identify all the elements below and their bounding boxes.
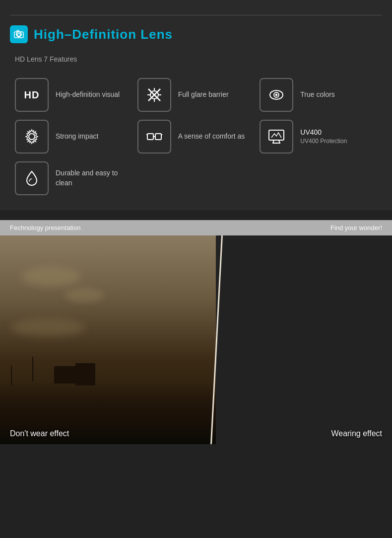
comparison-section: Don't wear effect Wearing effect — [0, 235, 392, 444]
feature-uv400: UV400 UV400 Protection — [260, 120, 377, 154]
wearing-label: Wearing effect — [331, 429, 382, 438]
no-wear-label: Don't wear effect — [10, 429, 69, 438]
feature-strong-impact: Strong impact — [15, 120, 132, 154]
hd-icon: HD — [24, 89, 40, 101]
feature-strong-impact-label: Strong impact — [56, 132, 98, 142]
drop-icon-box — [15, 161, 49, 195]
feature-hd-visual: HD High-definition visual — [15, 78, 132, 112]
svg-point-14 — [29, 134, 35, 140]
feature-glare-label: Full glare barrier — [178, 90, 229, 100]
no-lens-image — [0, 235, 216, 444]
feature-hd-label: High-definition visual — [56, 90, 120, 100]
drop-icon — [23, 169, 41, 187]
frames-icon — [145, 128, 163, 146]
monitor-icon-box — [260, 120, 293, 154]
banner-bar: Fechnology presentation Find your wonder… — [0, 220, 392, 235]
frames-icon-box — [137, 120, 171, 154]
banner-right-text: Find your wonder! — [330, 224, 382, 231]
top-section: High–Definition Lens HD Lens 7 Features … — [0, 0, 392, 210]
feature-durable-label: Durable and easy to clean — [56, 168, 132, 188]
feature-glare: Full glare barrier — [137, 78, 255, 112]
feature-true-colors: True colors — [260, 78, 377, 112]
features-grid: HD High-definition visual Full glare bar… — [10, 78, 382, 195]
gear-icon — [23, 128, 41, 146]
feature-comfort: A sense of comfort as — [137, 120, 255, 154]
svg-rect-20 — [269, 130, 284, 140]
svg-point-13 — [275, 94, 277, 96]
gear-icon-box — [15, 120, 49, 154]
svg-rect-16 — [155, 134, 161, 140]
top-divider — [10, 15, 382, 15]
glare-icon — [145, 86, 163, 104]
section-title: High–Definition Lens — [10, 25, 382, 43]
uv400-sub-label: UV400 Protection — [300, 137, 347, 146]
eye-icon-box — [260, 78, 293, 112]
feature-durable: Durable and easy to clean — [15, 161, 132, 195]
feature-uv400-label: UV400 UV400 Protection — [300, 128, 347, 146]
monitor-icon — [267, 128, 285, 146]
banner-left-text: Fechnology presentation — [10, 224, 80, 231]
eye-icon — [267, 86, 285, 104]
hd-icon-box: HD — [15, 78, 49, 112]
uv400-main-label: UV400 — [300, 128, 347, 138]
section-subtitle: HD Lens 7 Features — [15, 55, 382, 63]
page-title: High–Definition Lens — [34, 27, 173, 42]
image-labels: Don't wear effect Wearing effect — [0, 429, 392, 438]
feature-comfort-label: A sense of comfort as — [178, 132, 245, 142]
lens-brand-icon — [10, 25, 28, 43]
feature-true-colors-label: True colors — [300, 90, 335, 100]
svg-rect-3 — [17, 30, 19, 32]
svg-point-2 — [17, 33, 20, 36]
svg-rect-15 — [147, 134, 153, 140]
glare-icon-box — [137, 78, 171, 112]
